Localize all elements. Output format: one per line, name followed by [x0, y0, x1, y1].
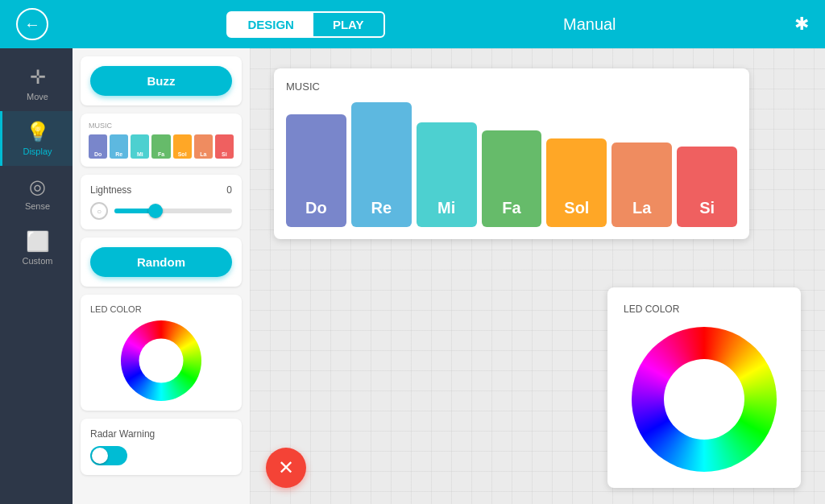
radar-card: Radar Warning	[81, 419, 242, 475]
mini-key-la[interactable]: La	[194, 134, 213, 159]
led-panel-title: LED COLOR	[90, 304, 232, 314]
sidebar-item-custom[interactable]: ⬜ Custom	[0, 221, 73, 275]
music-key-mi[interactable]: Mi	[417, 122, 477, 227]
random-card: Random	[81, 238, 242, 287]
sidebar-label-display: Display	[23, 147, 52, 156]
mini-key-mi[interactable]: Mi	[131, 134, 149, 159]
header: ← DESIGN PLAY Manual ✱	[0, 0, 825, 48]
header-title: Manual	[563, 15, 616, 34]
music-key-si[interactable]: Si	[677, 147, 737, 227]
mini-key-si[interactable]: Si	[215, 134, 234, 159]
music-widget-title: MUSIC	[286, 81, 737, 93]
music-mini-card: MUSIC Do Re Mi Fa Sol La Si	[81, 114, 242, 167]
radar-title: Radar Warning	[90, 428, 232, 440]
music-mini-label: MUSIC	[89, 122, 234, 130]
mini-key-sol[interactable]: Sol	[173, 134, 192, 159]
lightness-slider-thumb[interactable]	[148, 204, 163, 218]
lightness-header: Lightness 0	[90, 184, 232, 196]
lightness-slider[interactable]	[114, 209, 232, 213]
lightness-title: Lightness	[90, 184, 131, 196]
music-widget: MUSIC Do Re Mi Fa Sol La Si	[274, 68, 749, 239]
color-wheel-large[interactable]	[632, 327, 777, 472]
back-button[interactable]: ←	[16, 8, 48, 40]
led-widget-title: LED COLOR	[624, 304, 785, 315]
sidebar: ✛ Move 💡 Display ◎ Sense ⬜ Custom	[0, 48, 73, 504]
move-icon: ✛	[30, 66, 46, 89]
display-icon: 💡	[26, 121, 50, 143]
toggle-thumb	[92, 448, 108, 464]
sidebar-item-sense[interactable]: ◎ Sense	[0, 166, 73, 221]
tab-play[interactable]: PLAY	[313, 13, 383, 36]
buzz-button[interactable]: Buzz	[90, 66, 232, 96]
music-key-do[interactable]: Do	[286, 114, 346, 227]
lightness-slider-row: ○	[90, 202, 232, 220]
mini-key-do[interactable]: Do	[89, 134, 107, 159]
custom-icon: ⬜	[26, 230, 50, 253]
led-panel-card: LED COLOR	[81, 295, 242, 411]
sidebar-label-sense: Sense	[25, 201, 50, 211]
random-button[interactable]: Random	[90, 247, 232, 277]
music-mini-keys: Do Re Mi Fa Sol La Si	[89, 134, 234, 159]
lightness-card: Lightness 0 ○	[81, 175, 242, 229]
bluetooth-icon: ✱	[794, 14, 809, 35]
canvas-area: MUSIC Do Re Mi Fa Sol La Si LED COLOR ✕	[250, 48, 825, 504]
close-button[interactable]: ✕	[266, 448, 306, 488]
radar-toggle[interactable]	[90, 446, 127, 465]
lightness-icon: ○	[90, 202, 108, 220]
mini-key-fa[interactable]: Fa	[151, 134, 170, 159]
sidebar-label-custom: Custom	[23, 256, 53, 266]
back-arrow-icon: ←	[24, 15, 40, 34]
led-widget: LED COLOR	[607, 287, 801, 488]
sidebar-item-move[interactable]: ✛ Move	[0, 56, 73, 111]
sense-icon: ◎	[29, 176, 46, 198]
music-key-la[interactable]: La	[611, 143, 672, 227]
sidebar-item-display[interactable]: 💡 Display	[0, 111, 73, 166]
lightness-value: 0	[226, 184, 232, 196]
color-wheel-small[interactable]	[121, 320, 201, 401]
music-key-sol[interactable]: Sol	[546, 138, 607, 227]
close-icon: ✕	[278, 456, 294, 479]
buzz-card: Buzz	[81, 56, 242, 105]
tab-design[interactable]: DESIGN	[228, 13, 313, 36]
music-key-re[interactable]: Re	[351, 102, 412, 227]
music-keys: Do Re Mi Fa Sol La Si	[286, 102, 737, 227]
sidebar-label-move: Move	[27, 92, 48, 101]
header-tabs: DESIGN PLAY	[226, 11, 384, 38]
panel: Buzz MUSIC Do Re Mi Fa Sol La Si Lightne…	[73, 48, 250, 504]
mini-key-re[interactable]: Re	[110, 134, 128, 159]
main-layout: ✛ Move 💡 Display ◎ Sense ⬜ Custom Buzz M…	[0, 48, 825, 504]
music-key-fa[interactable]: Fa	[482, 130, 542, 227]
